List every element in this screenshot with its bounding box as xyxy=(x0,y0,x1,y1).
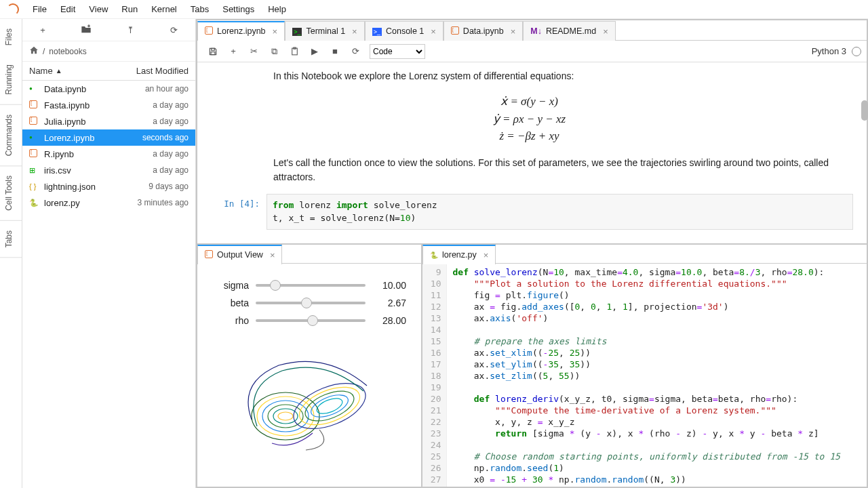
menu-view[interactable]: View xyxy=(82,1,115,17)
file-row[interactable]: Fasta.ipynba day ago xyxy=(22,97,195,113)
file-row[interactable]: R.ipynba day ago xyxy=(22,146,195,162)
file-row[interactable]: ●Lorenz.ipynbseconds ago xyxy=(22,129,195,146)
menu-help[interactable]: Help xyxy=(261,1,293,17)
new-folder-button[interactable] xyxy=(75,22,97,39)
file-name: Lorenz.ipynb xyxy=(44,133,142,143)
file-row[interactable]: 🐍lorenz.py3 minutes ago xyxy=(22,195,195,211)
slider-value: 10.00 xyxy=(372,280,406,291)
kernel-name[interactable]: Python 3 xyxy=(812,46,846,56)
menu-edit[interactable]: Edit xyxy=(54,1,82,17)
tab-output-view[interactable]: Output View × xyxy=(197,245,282,264)
slider-rho[interactable]: rho28.00 xyxy=(201,315,417,326)
nb-icon xyxy=(451,26,459,37)
breadcrumb[interactable]: / notebooks xyxy=(22,41,195,62)
cell-prompt: In [4]: xyxy=(205,194,267,230)
tab-readme-md[interactable]: M↓README.md× xyxy=(523,21,616,41)
sidebar-tab-running[interactable]: Running xyxy=(0,55,22,105)
file-modified: a day ago xyxy=(153,117,189,126)
file-row[interactable]: ⊞iris.csva day ago xyxy=(22,162,195,178)
sidebar-tab-tabs[interactable]: Tabs xyxy=(0,221,22,258)
restart-button[interactable]: ⟳ xyxy=(345,43,366,60)
column-header-name[interactable]: Name ▲ xyxy=(29,66,136,76)
upload-button[interactable]: ⤒ xyxy=(121,22,140,38)
sort-asc-icon: ▲ xyxy=(56,67,62,75)
slider-thumb[interactable] xyxy=(301,298,312,308)
new-launcher-button[interactable]: + xyxy=(35,22,51,38)
tabbar-top: Lorenz.ipynb×>_Terminal 1×>_Console 1×Da… xyxy=(197,20,867,41)
file-row[interactable]: Julia.ipynba day ago xyxy=(22,113,195,129)
close-icon[interactable]: × xyxy=(270,250,275,260)
code-input[interactable]: from lorenz import solve_lorenz t, x_t =… xyxy=(267,194,853,230)
file-name: lorenz.py xyxy=(44,198,138,208)
slider-beta[interactable]: beta2.67 xyxy=(201,298,417,308)
tab-lorenz-py[interactable]: 🐍 lorenz.py × xyxy=(422,245,496,264)
add-cell-button[interactable]: + xyxy=(223,43,243,60)
file-row[interactable]: ●Data.ipynban hour ago xyxy=(22,81,195,97)
notebook-icon xyxy=(29,117,40,126)
sidebar-tab-files[interactable]: Files xyxy=(0,19,22,55)
close-icon[interactable]: × xyxy=(431,26,436,37)
sidebar-tab-cell-tools[interactable]: Cell Tools xyxy=(0,166,22,221)
file-modified: an hour ago xyxy=(145,84,189,94)
line-gutter: 9 10 11 12 13 14 15 16 17 18 19 20 21 22… xyxy=(422,264,447,487)
term-icon: >_ xyxy=(292,26,302,36)
menu-settings[interactable]: Settings xyxy=(216,1,261,17)
tab-console-1[interactable]: >_Console 1× xyxy=(365,21,443,41)
file-name: Data.ipynb xyxy=(44,84,145,94)
json-icon: { } xyxy=(29,183,40,190)
run-button[interactable]: ▶ xyxy=(304,43,325,60)
save-button[interactable] xyxy=(203,43,223,60)
svg-rect-1 xyxy=(212,48,215,50)
close-icon[interactable]: × xyxy=(273,26,278,37)
running-dot-icon: ● xyxy=(29,86,40,92)
paste-button[interactable] xyxy=(284,43,304,60)
jupyter-logo-icon xyxy=(7,3,19,16)
slider-track[interactable] xyxy=(256,319,366,322)
left-sidebar-tabs: FilesRunningCommandsCell ToolsTabs xyxy=(0,19,22,488)
scrollbar-thumb[interactable] xyxy=(861,100,867,121)
menu-tabs[interactable]: Tabs xyxy=(184,1,216,17)
running-dot-icon: ● xyxy=(29,135,40,140)
menu-run[interactable]: Run xyxy=(115,1,144,17)
notebook-content[interactable]: In this Notebook we explore the Lorenz s… xyxy=(197,62,867,243)
close-icon[interactable]: × xyxy=(511,26,516,37)
lorenz-attractor-plot xyxy=(231,345,387,462)
svg-point-9 xyxy=(273,409,298,424)
code-area[interactable]: def solve_lorenz(N=10, max_time=4.0, sig… xyxy=(447,264,867,487)
tab-terminal-1[interactable]: >_Terminal 1× xyxy=(285,21,365,41)
file-modified: 3 minutes ago xyxy=(138,198,189,207)
notebook-icon xyxy=(29,100,40,110)
cell-type-select[interactable]: Code xyxy=(370,44,425,59)
slider-thumb[interactable] xyxy=(307,315,318,326)
stop-button[interactable]: ■ xyxy=(325,43,345,60)
close-icon[interactable]: × xyxy=(484,250,489,260)
copy-button[interactable]: ⧉ xyxy=(264,43,284,60)
menu-file[interactable]: File xyxy=(26,1,54,17)
cut-button[interactable]: ✂ xyxy=(243,43,264,60)
slider-label: beta xyxy=(212,298,249,308)
menubar: FileEditViewRunKernelTabsSettingsHelp xyxy=(0,0,868,19)
tab-lorenz-ipynb[interactable]: Lorenz.ipynb× xyxy=(197,21,285,41)
slider-sigma[interactable]: sigma10.00 xyxy=(201,280,417,291)
file-row[interactable]: { }lightning.json9 days ago xyxy=(22,178,195,195)
close-icon[interactable]: × xyxy=(352,26,357,37)
sidebar-tab-commands[interactable]: Commands xyxy=(0,105,22,166)
text-editor[interactable]: 9 10 11 12 13 14 15 16 17 18 19 20 21 22… xyxy=(422,264,867,487)
slider-track[interactable] xyxy=(256,284,366,287)
slider-label: rho xyxy=(212,315,249,326)
output-body: sigma10.00beta2.67rho28.00 xyxy=(197,264,421,487)
nb-icon xyxy=(205,26,213,37)
console-icon: >_ xyxy=(372,26,382,36)
code-cell[interactable]: In [4]: from lorenz import solve_lorenz … xyxy=(205,194,853,230)
refresh-button[interactable]: ⟳ xyxy=(165,22,183,38)
file-modified: a day ago xyxy=(153,100,189,110)
home-icon[interactable] xyxy=(29,45,39,57)
column-header-modified[interactable]: Last Modified xyxy=(136,66,189,76)
slider-thumb[interactable] xyxy=(270,280,281,291)
tab-data-ipynb[interactable]: Data.ipynb× xyxy=(443,21,523,41)
close-icon[interactable]: × xyxy=(603,26,608,37)
slider-track[interactable] xyxy=(256,302,366,304)
breadcrumb-item[interactable]: notebooks xyxy=(49,47,86,56)
menu-kernel[interactable]: Kernel xyxy=(144,1,184,17)
notebook-icon xyxy=(29,149,40,159)
